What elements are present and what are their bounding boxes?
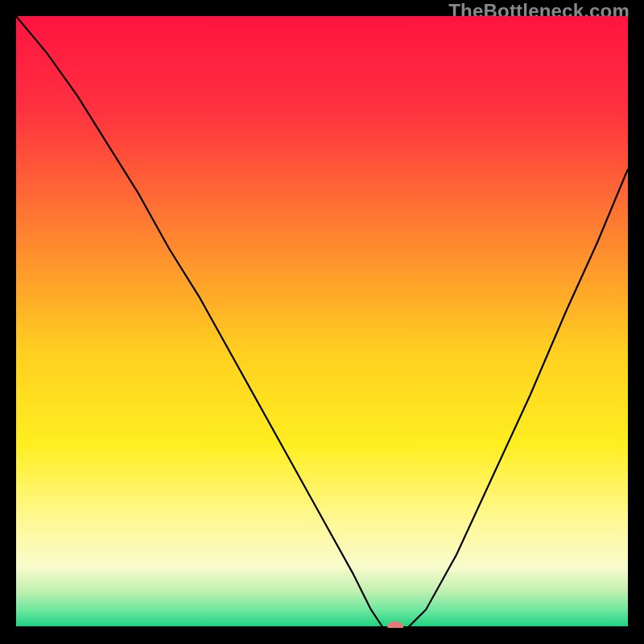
chart-container: TheBottleneck.com [0, 0, 644, 644]
chart-svg [16, 16, 628, 628]
plot-background [16, 16, 628, 628]
